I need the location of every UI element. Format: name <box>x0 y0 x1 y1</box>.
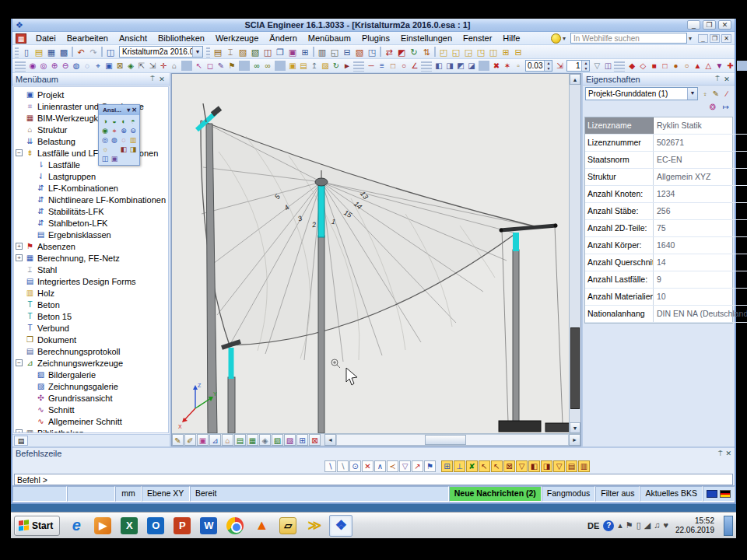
glasses-off[interactable]: ∞ <box>262 60 273 72</box>
expand-toggle-icon[interactable]: + <box>16 429 23 433</box>
expand-toggle-icon[interactable]: − <box>16 359 23 366</box>
property-row[interactable]: Anzahl Knoten: 1234 <box>585 186 747 203</box>
undo[interactable]: ↶ <box>75 46 87 58</box>
document-app-icon[interactable]: ▦ <box>16 33 26 44</box>
view-iso-2[interactable]: ◒ <box>110 117 119 126</box>
print-preview[interactable]: ◱ <box>328 46 341 58</box>
scia-tool[interactable]: ≫ <box>303 515 326 537</box>
arrow-tool[interactable]: ↗ <box>412 460 423 472</box>
tree-item[interactable]: ▤ Ergebnisklassen <box>14 229 168 240</box>
clip-box[interactable]: ⊠ <box>114 60 125 72</box>
zoom-in[interactable]: ⊕ <box>119 126 128 135</box>
view-front[interactable]: ◍ <box>71 60 82 72</box>
draw-angle[interactable]: ∠ <box>409 60 420 72</box>
property-value[interactable]: 1234 <box>654 186 747 202</box>
zoom-previous[interactable]: ▥ <box>128 135 138 145</box>
expand-toggle-icon[interactable]: − <box>16 149 23 156</box>
status-toggle[interactable]: Aktuelles BKS <box>640 486 703 502</box>
status-plane[interactable]: Ebene XY <box>142 486 190 502</box>
tree-item[interactable]: ⇵ Nichtlineare LF-Kombinationen <box>14 194 168 205</box>
property-row[interactable]: Staatsnorm EC-EN <box>585 152 747 169</box>
ucs-display[interactable]: ⊠ <box>309 434 321 446</box>
folder-level[interactable]: ▨ <box>320 60 331 72</box>
copy-attr[interactable]: ▣ <box>287 60 298 72</box>
tree-item[interactable]: ▤ Integriertes Design Forms <box>14 275 168 287</box>
panel-tab-button[interactable]: ▤ <box>14 436 28 446</box>
mdi-close-button[interactable]: ✕ <box>721 34 731 43</box>
bim-tools[interactable]: ◫ <box>261 46 274 58</box>
load-display[interactable]: ▤ <box>234 434 246 446</box>
snap-perpendicular[interactable]: ▽ <box>516 460 528 472</box>
webhelp-search-input[interactable]: In Webhilfe suchen <box>570 33 687 44</box>
shrink[interactable]: ⇱ <box>136 60 147 72</box>
tree-item[interactable]: ▥ Holz <box>14 287 168 299</box>
property-row[interactable]: Anzahl Querschnit... 14 <box>585 254 747 271</box>
vertical-scrollbar[interactable]: ▲ ▼ <box>569 74 580 433</box>
start-button[interactable]: Start <box>14 516 60 536</box>
tree-item[interactable]: ∿ Allgemeiner Schnitt <box>14 415 168 427</box>
box-tool[interactable]: ▫ <box>513 60 524 72</box>
draw-line[interactable]: ─ <box>366 60 377 72</box>
property-row[interactable]: Anzahl 2D-Teile: 75 <box>585 220 747 237</box>
media-player[interactable]: ▶ <box>91 515 114 537</box>
layers[interactable]: ▧ <box>249 46 261 58</box>
tree-item[interactable]: ▣ Projekt <box>14 89 168 100</box>
member-labels[interactable]: ▣ <box>197 434 209 446</box>
table-view[interactable]: ⊞ <box>299 46 311 58</box>
tree-item[interactable]: T Verbund <box>14 322 168 334</box>
tree-item[interactable]: T Beton 15 <box>14 310 168 322</box>
link[interactable]: ⇄ <box>383 46 395 58</box>
tree-item[interactable]: ✣ Grundrissansicht <box>14 392 168 404</box>
update[interactable]: ⇅ <box>420 46 433 58</box>
edit-mode[interactable]: ✎ <box>216 60 226 72</box>
color-wheel-icon[interactable]: ❂ <box>707 102 718 113</box>
zoom-all[interactable]: ◉ <box>27 60 38 72</box>
menu-item[interactable]: Werkzeuge <box>210 33 264 44</box>
excel[interactable]: X <box>117 515 141 537</box>
render-solid[interactable]: ✐ <box>184 434 196 446</box>
property-value[interactable]: EC-EN <box>654 152 747 168</box>
tree-item[interactable]: ⇊ Belastung <box>14 135 168 147</box>
grid-display[interactable]: ⊞ <box>296 434 308 446</box>
clip-1[interactable]: ◧ <box>433 60 444 72</box>
node-display-6[interactable]: ○ <box>681 60 692 72</box>
pin-tool[interactable]: ✶ <box>502 60 513 72</box>
wireframe-mode[interactable]: ✎ <box>172 434 184 446</box>
coord-input[interactable]: ◫ <box>602 60 613 72</box>
zoom-out[interactable]: ⊖ <box>128 126 138 135</box>
restore-button[interactable]: ❐ <box>703 20 716 30</box>
zoom-in[interactable]: ⊕ <box>49 60 60 72</box>
paste-attr[interactable]: ▤ <box>298 60 309 72</box>
scroll-thumb[interactable] <box>425 435 466 445</box>
menu-item[interactable]: Plugins <box>356 33 395 44</box>
node-display-9[interactable]: ▼ <box>714 60 724 72</box>
save-file[interactable]: ▦ <box>45 46 58 58</box>
model-display[interactable]: ▧ <box>272 434 283 446</box>
node-display-8[interactable]: △ <box>703 60 714 72</box>
snap-node[interactable]: ◨ <box>541 460 552 472</box>
window-close-all[interactable]: ⊟ <box>512 46 524 58</box>
clock[interactable]: 15:52 22.06.2019 <box>672 516 717 535</box>
home-view[interactable]: ⌂ <box>169 60 180 72</box>
chart-a[interactable]: ◩ <box>395 46 408 58</box>
menu-item[interactable]: Fenster <box>458 33 497 44</box>
internet-explorer[interactable]: e <box>65 515 88 537</box>
mark-tool[interactable]: ⚑ <box>226 60 237 72</box>
snap-off[interactable]: ✘ <box>466 460 478 472</box>
count-spinner[interactable]: 1 ▲▼ <box>566 60 590 72</box>
property-value[interactable]: 10 <box>654 289 747 305</box>
node-display-10[interactable]: ✚ <box>724 60 735 72</box>
tree-item[interactable]: ⇵ Stahlbeton-LFK <box>14 217 168 229</box>
node-display-5[interactable]: ● <box>670 60 681 72</box>
show-desktop-button[interactable] <box>724 516 733 536</box>
expand-toggle-icon[interactable]: + <box>16 243 23 250</box>
snap-tangent[interactable]: ◧ <box>528 460 540 472</box>
select-poly[interactable]: ◻ <box>205 60 216 72</box>
pin-icon[interactable]: ⍑ <box>713 75 722 83</box>
tree-item[interactable]: ⇂ Lastfälle <box>14 159 168 170</box>
face-tool[interactable]: ▽ <box>399 460 411 472</box>
scroll-up-icon[interactable]: ▲ <box>570 74 580 85</box>
regen[interactable]: ↻ <box>331 60 342 72</box>
tree-item[interactable]: ⌗ Linienraster und Geschosse <box>14 100 168 112</box>
snap-ortho[interactable]: ⊥ <box>454 460 465 472</box>
